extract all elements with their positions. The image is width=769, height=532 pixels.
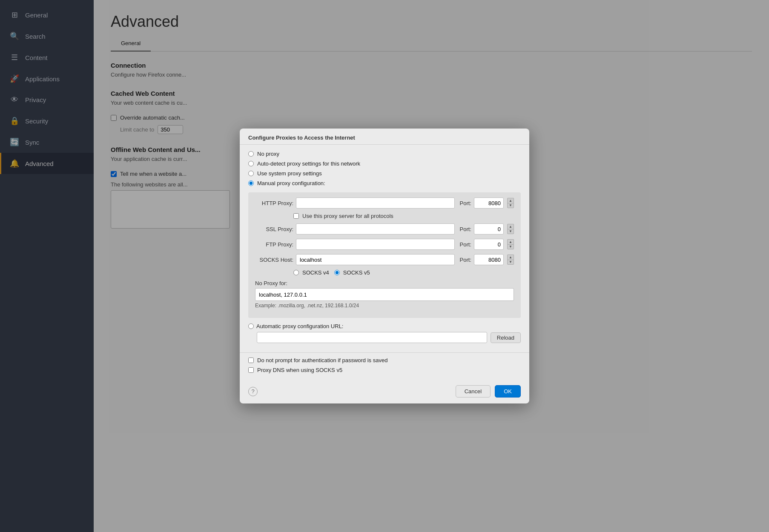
manual-label: Manual proxy configuration: [257, 180, 325, 186]
dialog-body: No proxy Auto-detect proxy settings for … [240, 145, 529, 352]
dialog-footer-options: Do not prompt for authentication if pass… [240, 352, 529, 381]
socks-port-label: Port: [460, 257, 471, 263]
socks-v5-option[interactable]: SOCKS v5 [334, 269, 370, 276]
socks-input[interactable] [296, 254, 455, 265]
http-proxy-row: HTTP Proxy: Port: ▲ ▼ [255, 197, 514, 209]
action-buttons: Cancel OK [456, 385, 521, 398]
socks-port-input[interactable] [474, 254, 504, 265]
proxy-dns-row: Proxy DNS when using SOCKS v5 [248, 367, 521, 373]
example-text: Example: .mozilla.org, .net.nz, 192.168.… [255, 303, 514, 309]
use-all-protocols-label: Use this proxy server for all protocols [302, 213, 393, 219]
no-proxy-label: No proxy [257, 151, 279, 157]
ftp-port-up[interactable]: ▲ [507, 239, 514, 244]
no-auth-checkbox[interactable] [248, 358, 254, 363]
socks-port-down[interactable]: ▼ [507, 260, 514, 265]
http-proxy-label: HTTP Proxy: [255, 200, 293, 206]
dialog-title: Configure Proxies to Access the Internet [240, 129, 529, 145]
auto-proxy-input[interactable] [257, 332, 487, 343]
socks-version-row: SOCKS v4 SOCKS v5 [255, 269, 514, 276]
http-port-down[interactable]: ▼ [507, 203, 514, 208]
no-proxy-for-label: No Proxy for: [255, 280, 514, 286]
socks-v5-label: SOCKS v5 [343, 269, 370, 276]
no-proxy-section: No Proxy for: Example: .mozilla.org, .ne… [255, 280, 514, 309]
cancel-button[interactable]: Cancel [456, 385, 491, 398]
http-port-up[interactable]: ▲ [507, 198, 514, 203]
manual-radio[interactable] [248, 180, 254, 186]
no-auth-row: Do not prompt for authentication if pass… [248, 357, 521, 363]
ssl-port-up[interactable]: ▲ [507, 224, 514, 229]
no-auth-label: Do not prompt for authentication if pass… [257, 357, 387, 363]
auto-detect-option[interactable]: Auto-detect proxy settings for this netw… [248, 160, 521, 167]
auto-detect-radio[interactable] [248, 161, 254, 166]
ssl-port-input[interactable] [474, 223, 504, 235]
ssl-proxy-label: SSL Proxy: [255, 226, 293, 232]
ssl-proxy-input[interactable] [296, 223, 455, 235]
ftp-proxy-input[interactable] [296, 239, 455, 250]
use-system-option[interactable]: Use system proxy settings [248, 170, 521, 177]
proxy-options: No proxy Auto-detect proxy settings for … [248, 151, 521, 186]
use-all-protocols-checkbox[interactable] [293, 213, 299, 219]
no-proxy-option[interactable]: No proxy [248, 151, 521, 157]
ssl-proxy-row: SSL Proxy: Port: ▲ ▼ [255, 223, 514, 235]
use-system-label: Use system proxy settings [257, 170, 322, 177]
auto-proxy-input-row: Reload [248, 332, 521, 343]
ok-button[interactable]: OK [495, 385, 521, 398]
http-proxy-input[interactable] [296, 197, 455, 209]
socks-v4-radio[interactable] [293, 270, 299, 275]
socks-row: SOCKS Host: Port: ▲ ▼ [255, 254, 514, 265]
ftp-port-input[interactable] [474, 239, 504, 250]
ftp-proxy-label: FTP Proxy: [255, 241, 293, 248]
dialog-buttons: ? Cancel OK [240, 381, 529, 403]
socks-port-up[interactable]: ▲ [507, 255, 514, 260]
http-port-label: Port: [460, 200, 471, 206]
reload-button[interactable]: Reload [491, 332, 521, 343]
dialog-overlay: Configure Proxies to Access the Internet… [0, 0, 769, 532]
http-port-spinner: ▲ ▼ [507, 198, 514, 208]
manual-option[interactable]: Manual proxy configuration: [248, 180, 521, 186]
ftp-port-spinner: ▲ ▼ [507, 239, 514, 249]
ssl-port-spinner: ▲ ▼ [507, 224, 514, 234]
proxy-form: HTTP Proxy: Port: ▲ ▼ Use this proxy ser… [248, 192, 521, 318]
no-proxy-input[interactable] [255, 288, 514, 301]
auto-detect-label: Auto-detect proxy settings for this netw… [257, 160, 360, 167]
socks-port-spinner: ▲ ▼ [507, 255, 514, 265]
auto-proxy-url-row: Automatic proxy configuration URL: [248, 323, 521, 329]
ssl-port-down[interactable]: ▼ [507, 229, 514, 234]
http-port-input[interactable] [474, 197, 504, 209]
auto-proxy-label: Automatic proxy configuration URL: [256, 323, 343, 329]
proxy-dns-checkbox[interactable] [248, 367, 254, 373]
use-system-radio[interactable] [248, 171, 254, 176]
ftp-proxy-row: FTP Proxy: Port: ▲ ▼ [255, 239, 514, 250]
socks-v5-radio[interactable] [334, 270, 340, 275]
ftp-port-down[interactable]: ▼ [507, 244, 514, 249]
auto-proxy-radio[interactable] [248, 323, 254, 329]
use-all-protocols-row: Use this proxy server for all protocols [255, 213, 514, 219]
proxy-dialog: Configure Proxies to Access the Internet… [240, 129, 529, 403]
no-proxy-radio[interactable] [248, 151, 254, 157]
socks-label: SOCKS Host: [255, 257, 293, 263]
socks-v4-option[interactable]: SOCKS v4 [293, 269, 329, 276]
ftp-port-label: Port: [460, 241, 471, 248]
help-button[interactable]: ? [248, 387, 258, 396]
ssl-port-label: Port: [460, 226, 471, 232]
proxy-dns-label: Proxy DNS when using SOCKS v5 [257, 367, 342, 373]
socks-v4-label: SOCKS v4 [302, 269, 329, 276]
